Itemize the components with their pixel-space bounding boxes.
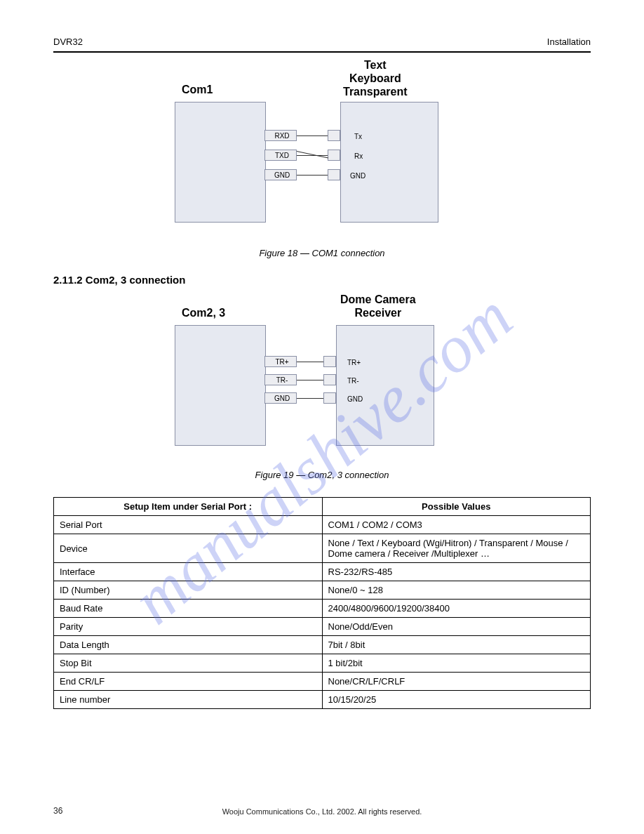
cell: None / Text / Keyboard (Wgi/Hitron) / Tr… [322, 534, 591, 563]
diag2-left-box [175, 325, 266, 446]
diag2-pin-left-trm: TR- [264, 374, 297, 385]
diag1-pin-right-gnd: GND [350, 172, 365, 180]
diag1-right-box [340, 102, 438, 223]
table-header-row: Setup Item under Serial Port : Possible … [54, 498, 591, 516]
cell: Serial Port [54, 516, 323, 534]
diag2-wire1 [297, 362, 323, 362]
diag1-pin-left-txd: TXD [264, 150, 297, 161]
figure-1-caption: Figure 18 — COM1 connection [53, 248, 591, 258]
table-row: Parity None/Odd/Even [54, 618, 591, 636]
section-2-title: 2.11.2 Com2, 3 connection [53, 274, 591, 286]
diag1-stub-r3 [328, 169, 340, 180]
diag2-wire2 [297, 380, 323, 380]
th-values: Possible Values [322, 498, 591, 516]
cell: 7bit / 8bit [322, 636, 591, 654]
footer-copyright: Wooju Communications Co., Ltd. 2002. All… [222, 807, 422, 816]
diag1-pin-left-gnd: GND [264, 169, 297, 180]
table-row: Data Length 7bit / 8bit [54, 636, 591, 654]
cell: Line number [54, 691, 323, 709]
diag1-pin-right-tx: Tx [354, 133, 362, 140]
serial-port-table: Setup Item under Serial Port : Possible … [53, 497, 591, 709]
cell: Baud Rate [54, 600, 323, 618]
diag2-wire3 [297, 398, 323, 399]
diag2-pin-right-gnd: GND [347, 395, 363, 403]
cell: Device [54, 534, 323, 563]
diag2-left-title: Com2, 3 [182, 307, 225, 319]
diag2-pin-right-trm: TR- [347, 377, 359, 385]
th-item: Setup Item under Serial Port : [54, 498, 323, 516]
cell: Parity [54, 618, 323, 636]
cell: End CR/LF [54, 673, 323, 691]
diag2-right-box [336, 325, 434, 446]
table-row: Line number 10/15/20/25 [54, 691, 591, 709]
cell: None/Odd/Even [322, 618, 591, 636]
diag1-wire3 [297, 175, 328, 176]
table-row: Serial Port COM1 / COM2 / COM3 [54, 516, 591, 534]
table-row: Baud Rate 2400/4800/9600/19200/38400 [54, 600, 591, 618]
diag2-right-title: Dome Camera Receiver [340, 293, 416, 319]
diag1-pin-left-rxd: RXD [264, 130, 297, 141]
table-row: Device None / Text / Keyboard (Wgi/Hitro… [54, 534, 591, 563]
diag2-pin-right-trp: TR+ [347, 359, 361, 366]
cell: None/0 ~ 128 [322, 581, 591, 600]
diag2-stub-r1 [323, 356, 336, 367]
diag1-right-title: Text Keyboard Transparent [343, 58, 408, 98]
cell: RS-232/RS-485 [322, 563, 591, 581]
cell: 10/15/20/25 [322, 691, 591, 709]
diag2-stub-r2 [323, 374, 336, 385]
table-row: Stop Bit 1 bit/2bit [54, 654, 591, 673]
cell: 2400/4800/9600/19200/38400 [322, 600, 591, 618]
table-row: ID (Number) None/0 ~ 128 [54, 581, 591, 600]
table-row: Interface RS-232/RS-485 [54, 563, 591, 581]
figure-2: Com2, 3 Dome Camera Receiver TR+ TR- GND… [53, 291, 591, 467]
diag2-pin-left-gnd: GND [264, 392, 297, 404]
diag1-stub-r2 [328, 150, 340, 161]
diag1-left-title: Com1 [182, 84, 213, 96]
figure-1: Com1 Text Keyboard Transparent RXD TXD G… [53, 62, 591, 245]
figure-2-caption: Figure 19 — Com2, 3 connection [53, 470, 591, 480]
header-rule [53, 51, 591, 53]
diag1-wire2 [297, 155, 328, 156]
diag1-left-box [175, 102, 266, 223]
cell: Stop Bit [54, 654, 323, 673]
table-row: End CR/LF None/CR/LF/CRLF [54, 673, 591, 691]
diag1-wire1 [297, 135, 328, 136]
page-number: 36 [53, 806, 62, 816]
cell: Interface [54, 563, 323, 581]
diag1-stub-r1 [328, 130, 340, 141]
diag2-stub-r3 [323, 392, 336, 404]
cell: COM1 / COM2 / COM3 [322, 516, 591, 534]
cell: None/CR/LF/CRLF [322, 673, 591, 691]
cell: ID (Number) [54, 581, 323, 600]
cell: Data Length [54, 636, 323, 654]
diag2-pin-left-trp: TR+ [264, 356, 297, 367]
header-right: Installation [547, 37, 591, 47]
header-left: DVR32 [53, 37, 83, 47]
cell: 1 bit/2bit [322, 654, 591, 673]
diag1-pin-right-rx: Rx [354, 152, 363, 160]
